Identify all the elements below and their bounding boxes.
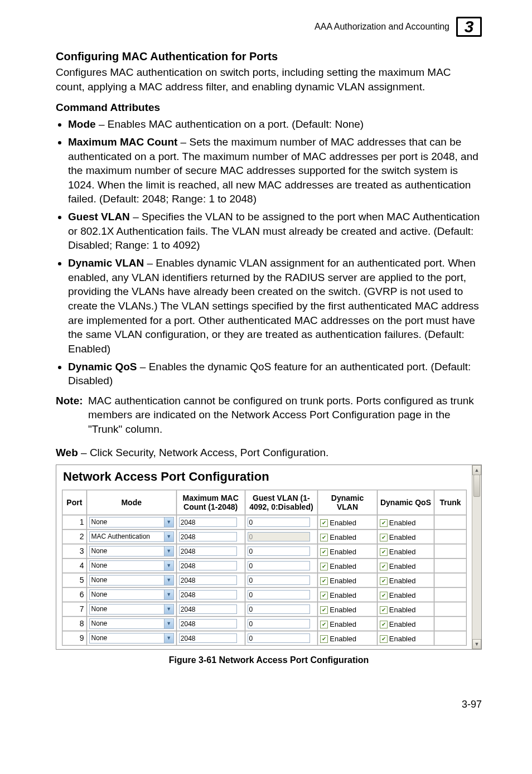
chevron-down-icon[interactable]: ▼ xyxy=(164,532,173,541)
chevron-down-icon[interactable]: ▼ xyxy=(164,619,173,628)
dvlan-checkbox[interactable]: ✔Enabled xyxy=(320,548,356,556)
trunk-cell xyxy=(434,529,467,544)
mac-count-input[interactable] xyxy=(179,517,238,527)
dvlan-checkbox[interactable]: ✔Enabled xyxy=(320,562,356,570)
mode-dropdown[interactable]: None▼ xyxy=(89,546,174,557)
dvlan-checkbox[interactable]: ✔Enabled xyxy=(320,635,356,643)
dvlan-label: Enabled xyxy=(330,591,356,599)
guest-vlan-input[interactable] xyxy=(248,619,310,628)
checkbox-icon: ✔ xyxy=(380,606,388,614)
section-title: Configuring MAC Authentication for Ports xyxy=(56,50,482,63)
dqos-label: Enabled xyxy=(389,620,416,628)
mode-cell: None▼ xyxy=(86,616,176,631)
guest-vlan-input[interactable] xyxy=(248,633,310,643)
guest-vlan-input[interactable] xyxy=(248,546,310,556)
dqos-label: Enabled xyxy=(389,606,416,614)
mac-count-input[interactable] xyxy=(179,532,238,541)
mode-dropdown[interactable]: None▼ xyxy=(89,560,174,571)
panel-title: Network Access Port Configuration xyxy=(63,470,467,484)
guest-vlan-input[interactable] xyxy=(248,604,310,614)
mode-dropdown[interactable]: None▼ xyxy=(89,604,174,615)
guest-vlan-input[interactable] xyxy=(248,590,310,599)
checkbox-icon: ✔ xyxy=(320,577,328,585)
dqos-checkbox[interactable]: ✔Enabled xyxy=(380,635,416,643)
mode-cell: None▼ xyxy=(86,544,176,558)
scrollbar[interactable]: ▲ ▼ xyxy=(472,465,481,649)
chevron-down-icon[interactable]: ▼ xyxy=(164,546,173,556)
dvlan-checkbox[interactable]: ✔Enabled xyxy=(320,591,356,599)
mac-count-input[interactable] xyxy=(179,619,238,628)
checkbox-icon: ✔ xyxy=(320,592,328,599)
mac-count-input[interactable] xyxy=(179,575,238,585)
list-item: Dynamic QoS – Enables the dynamic QoS fe… xyxy=(68,360,482,388)
mode-value: None xyxy=(90,633,164,643)
mode-cell: MAC Authentication▼ xyxy=(86,529,176,544)
scroll-up-button[interactable]: ▲ xyxy=(472,465,481,475)
mode-cell: None▼ xyxy=(86,558,176,573)
checkbox-icon: ✔ xyxy=(380,577,388,585)
dqos-cell: ✔Enabled xyxy=(377,602,434,616)
dqos-checkbox[interactable]: ✔Enabled xyxy=(380,519,416,527)
chevron-down-icon[interactable]: ▼ xyxy=(164,575,173,585)
mac-count-input[interactable] xyxy=(179,633,238,643)
dvlan-checkbox[interactable]: ✔Enabled xyxy=(320,620,356,628)
trunk-cell xyxy=(434,515,467,529)
port-cell: 2 xyxy=(62,529,87,544)
col-dvlan: Dynamic VLAN xyxy=(318,490,377,515)
guest-cell xyxy=(245,573,318,587)
dqos-checkbox[interactable]: ✔Enabled xyxy=(380,606,416,614)
intro-paragraph: Configures MAC authentication on switch … xyxy=(56,65,482,94)
chevron-down-icon[interactable]: ▼ xyxy=(164,590,173,599)
web-text: – Click Security, Network Access, Port C… xyxy=(78,447,328,458)
dqos-checkbox[interactable]: ✔Enabled xyxy=(380,533,416,541)
attr-text: – Enables dynamic VLAN assignment for an… xyxy=(68,257,479,355)
list-item: Maximum MAC Count – Sets the maximum num… xyxy=(68,135,482,206)
attr-name: Dynamic VLAN xyxy=(68,257,144,269)
chevron-down-icon[interactable]: ▼ xyxy=(164,517,173,527)
mode-dropdown[interactable]: None▼ xyxy=(89,575,174,586)
dvlan-checkbox[interactable]: ✔Enabled xyxy=(320,577,356,585)
dqos-checkbox[interactable]: ✔Enabled xyxy=(380,548,416,556)
chevron-down-icon[interactable]: ▼ xyxy=(164,633,173,643)
chevron-down-icon[interactable]: ▼ xyxy=(164,561,173,570)
mac-count-input[interactable] xyxy=(179,590,238,599)
checkbox-icon: ✔ xyxy=(380,592,388,599)
chevron-down-icon[interactable]: ▼ xyxy=(164,604,173,614)
dqos-cell: ✔Enabled xyxy=(377,529,434,544)
checkbox-icon: ✔ xyxy=(320,548,328,556)
mac-cell xyxy=(176,587,245,602)
dqos-checkbox[interactable]: ✔Enabled xyxy=(380,562,416,570)
dqos-checkbox[interactable]: ✔Enabled xyxy=(380,591,416,599)
checkbox-icon: ✔ xyxy=(320,621,328,628)
port-cell: 1 xyxy=(62,515,87,529)
scroll-thumb[interactable] xyxy=(473,475,480,497)
trunk-cell xyxy=(434,558,467,573)
mac-count-input[interactable] xyxy=(179,561,238,570)
mode-value: None xyxy=(90,517,164,527)
guest-vlan-input[interactable] xyxy=(248,561,310,570)
guest-vlan-input[interactable] xyxy=(248,517,310,527)
page-header: AAA Authorization and Accounting 3 xyxy=(56,17,482,37)
guest-vlan-input[interactable] xyxy=(248,575,310,585)
mode-dropdown[interactable]: MAC Authentication▼ xyxy=(89,531,174,542)
dqos-checkbox[interactable]: ✔Enabled xyxy=(380,620,416,628)
list-item: Dynamic VLAN – Enables dynamic VLAN assi… xyxy=(68,256,482,356)
mac-count-input[interactable] xyxy=(179,546,238,556)
mode-dropdown[interactable]: None▼ xyxy=(89,589,174,600)
mode-dropdown[interactable]: None▼ xyxy=(89,517,174,528)
mode-cell: None▼ xyxy=(86,587,176,602)
dvlan-label: Enabled xyxy=(330,519,356,527)
table-row: 2MAC Authentication▼✔Enabled✔Enabled xyxy=(62,529,467,544)
dvlan-label: Enabled xyxy=(330,606,356,614)
dvlan-checkbox[interactable]: ✔Enabled xyxy=(320,519,356,527)
dvlan-checkbox[interactable]: ✔Enabled xyxy=(320,606,356,614)
col-dqos: Dynamic QoS xyxy=(377,490,434,515)
scroll-down-button[interactable]: ▼ xyxy=(472,639,481,649)
mac-count-input[interactable] xyxy=(179,604,238,614)
mode-dropdown[interactable]: None▼ xyxy=(89,633,174,644)
dvlan-checkbox[interactable]: ✔Enabled xyxy=(320,533,356,541)
mac-cell xyxy=(176,631,245,645)
col-guest: Guest VLAN (1-4092, 0:Disabled) xyxy=(245,490,318,515)
mode-dropdown[interactable]: None▼ xyxy=(89,618,174,629)
dqos-checkbox[interactable]: ✔Enabled xyxy=(380,577,416,585)
